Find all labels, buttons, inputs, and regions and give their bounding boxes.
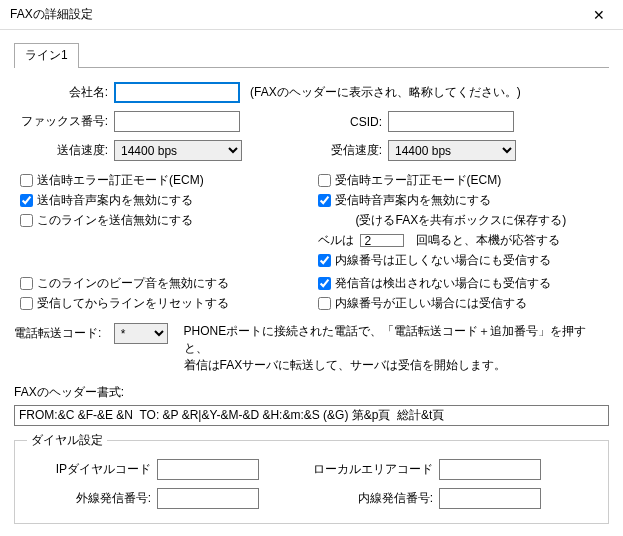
left-col2: このラインのビープ音を無効にする 受信してからラインをリセットする bbox=[14, 272, 312, 315]
csid-field[interactable] bbox=[388, 111, 514, 132]
label-out-dial: 外線発信番号: bbox=[27, 490, 157, 507]
chk-recv-ecm[interactable]: 受信時エラー訂正モード(ECM) bbox=[312, 172, 610, 189]
dial-settings-group: ダイヤル設定 IPダイヤルコード ローカルエリアコード 外線発信番号: 内線発信… bbox=[14, 432, 609, 524]
chk-recv-audio-disable[interactable]: 受信時音声案内を無効にする bbox=[312, 192, 610, 209]
recv-save-shared-note: (受けるFAXを共有ボックスに保存する) bbox=[312, 212, 610, 229]
row-dial2: 外線発信番号: 内線発信番号: bbox=[27, 488, 596, 509]
window-title: FAXの詳細設定 bbox=[10, 6, 577, 23]
ip-dial-field[interactable] bbox=[157, 459, 259, 480]
close-icon[interactable]: ✕ bbox=[577, 1, 621, 29]
chk-ext-wrong-recv[interactable]: 内線番号は正しくない場合にも受信する bbox=[312, 252, 610, 269]
transfer-note: PHONEポートに接続された電話で、「電話転送コード＋追加番号」を押すと、 着信… bbox=[168, 323, 609, 374]
recv-speed-select[interactable]: 14400 bps bbox=[388, 140, 516, 161]
checkbox-columns2: このラインのビープ音を無効にする 受信してからラインをリセットする 発信音は検出… bbox=[14, 272, 609, 315]
legend-dial: ダイヤル設定 bbox=[27, 432, 107, 449]
checkbox-icon[interactable] bbox=[318, 174, 331, 187]
row-company: 会社名: (FAXのヘッダーに表示され、略称してください。) bbox=[14, 82, 609, 103]
send-speed-select[interactable]: 14400 bps bbox=[114, 140, 242, 161]
label-send-speed: 送信速度: bbox=[14, 142, 114, 159]
company-hint: (FAXのヘッダーに表示され、略称してください。) bbox=[240, 84, 521, 101]
label-company: 会社名: bbox=[14, 84, 114, 101]
label-header-format: FAXのヘッダー書式: bbox=[14, 384, 609, 401]
tabset: ライン1 bbox=[14, 42, 609, 68]
chk-tone-not-detected-recv[interactable]: 発信音は検出されない場合にも受信する bbox=[312, 275, 610, 292]
label-fax-number: ファックス番号: bbox=[14, 113, 114, 130]
company-field[interactable] bbox=[114, 82, 240, 103]
tab-line1[interactable]: ライン1 bbox=[14, 43, 79, 68]
checkbox-icon[interactable] bbox=[318, 194, 331, 207]
chk-ext-correct-recv[interactable]: 内線番号が正しい場合には受信する bbox=[312, 295, 610, 312]
transfer-code-select[interactable]: * bbox=[114, 323, 168, 344]
checkbox-icon[interactable] bbox=[318, 297, 331, 310]
left-col: 送信時エラー訂正モード(ECM) 送信時音声案内を無効にする このラインを送信無… bbox=[14, 169, 312, 272]
checkbox-icon[interactable] bbox=[20, 194, 33, 207]
row-bells: ベルは 回鳴ると、本機が応答する bbox=[312, 232, 610, 249]
label-csid: CSID: bbox=[240, 115, 388, 129]
label-in-dial: 内線発信番号: bbox=[259, 490, 439, 507]
transfer-note-2: 着信はFAXサーバに転送して、サーバは受信を開始します。 bbox=[184, 357, 609, 374]
checkbox-icon[interactable] bbox=[20, 297, 33, 310]
label-recv-speed: 受信速度: bbox=[242, 142, 388, 159]
transfer-note-1: PHONEポートに接続された電話で、「電話転送コード＋追加番号」を押すと、 bbox=[184, 323, 609, 357]
checkbox-icon[interactable] bbox=[20, 277, 33, 290]
bells-field[interactable] bbox=[360, 234, 404, 247]
checkbox-icon[interactable] bbox=[20, 214, 33, 227]
chk-send-ecm[interactable]: 送信時エラー訂正モード(ECM) bbox=[14, 172, 312, 189]
fax-number-field[interactable] bbox=[114, 111, 240, 132]
label-local-area: ローカルエリアコード bbox=[259, 461, 439, 478]
in-dial-field[interactable] bbox=[439, 488, 541, 509]
right-col: 受信時エラー訂正モード(ECM) 受信時音声案内を無効にする (受けるFAXを共… bbox=[312, 169, 610, 272]
chk-reset-after-recv[interactable]: 受信してからラインをリセットする bbox=[14, 295, 312, 312]
label-bells-suffix: 回鳴ると、本機が応答する bbox=[408, 232, 560, 249]
label-ip-dial: IPダイヤルコード bbox=[27, 461, 157, 478]
checkbox-icon[interactable] bbox=[318, 254, 331, 267]
checkbox-icon[interactable] bbox=[318, 277, 331, 290]
out-dial-field[interactable] bbox=[157, 488, 259, 509]
row-transfer: 電話転送コード: * PHONEポートに接続された電話で、「電話転送コード＋追加… bbox=[14, 323, 609, 374]
dialog-content: ライン1 会社名: (FAXのヘッダーに表示され、略称してください。) ファック… bbox=[0, 30, 623, 532]
chk-line-send-disable[interactable]: このラインを送信無効にする bbox=[14, 212, 312, 229]
label-bells-prefix: ベルは bbox=[318, 232, 360, 249]
row-faxnumber: ファックス番号: CSID: bbox=[14, 111, 609, 132]
titlebar: FAXの詳細設定 ✕ bbox=[0, 0, 623, 30]
chk-send-audio-disable[interactable]: 送信時音声案内を無効にする bbox=[14, 192, 312, 209]
row-dial1: IPダイヤルコード ローカルエリアコード bbox=[27, 459, 596, 480]
right-col2: 発信音は検出されない場合にも受信する 内線番号が正しい場合には受信する bbox=[312, 272, 610, 315]
header-format-field[interactable] bbox=[14, 405, 609, 426]
chk-line-beep-disable[interactable]: このラインのビープ音を無効にする bbox=[14, 275, 312, 292]
local-area-field[interactable] bbox=[439, 459, 541, 480]
checkbox-icon[interactable] bbox=[20, 174, 33, 187]
row-speed: 送信速度: 14400 bps 受信速度: 14400 bps bbox=[14, 140, 609, 161]
label-transfer-code: 電話転送コード: bbox=[14, 323, 114, 342]
checkbox-columns: 送信時エラー訂正モード(ECM) 送信時音声案内を無効にする このラインを送信無… bbox=[14, 169, 609, 272]
